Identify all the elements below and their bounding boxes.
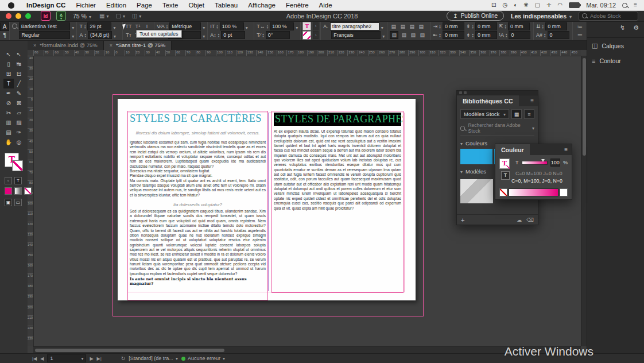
field-stepper[interactable] (542, 24, 544, 29)
last-page-button[interactable]: ▶| (97, 356, 102, 361)
case-toggle-icon[interactable]: I (143, 23, 151, 30)
direct-selection-tool[interactable]: ↖ (14, 49, 24, 59)
text-frame-left[interactable]: STYLES DE CARACTÈRES Illoressi dis dolum… (127, 111, 268, 300)
paragraph-align-icon[interactable]: ▤ (390, 23, 397, 30)
gap-tool[interactable]: ↹ (14, 59, 24, 69)
chevron-down-icon[interactable] (296, 21, 298, 32)
pen-tool[interactable]: ✒ (3, 88, 14, 98)
previous-page-button[interactable]: ◀ (40, 356, 44, 361)
stroke-color-proxy[interactable]: T (501, 171, 510, 180)
battery-icon[interactable] (569, 2, 580, 8)
minimize-window-button[interactable] (15, 13, 21, 19)
character-formatting-button[interactable]: A (0, 22, 9, 31)
eyedropper-tool[interactable]: ✑ (14, 128, 24, 137)
chevron-down-icon[interactable] (89, 13, 91, 20)
chevron-down-icon[interactable] (106, 13, 108, 19)
tint-value-field[interactable]: 100 (550, 159, 560, 167)
paragraph-field[interactable]: 0 mm (545, 22, 567, 30)
vscale-stepper[interactable] (216, 24, 218, 29)
selection-tool[interactable]: ↖ (3, 49, 14, 59)
chevron-down-icon[interactable] (532, 125, 534, 131)
horizontal-scrollbar-thumb[interactable] (35, 349, 224, 352)
content-placer-tool[interactable]: ⊟ (14, 69, 24, 79)
first-page-button[interactable]: |◀ (32, 356, 37, 361)
pencil-tool[interactable]: ✎ (14, 88, 24, 98)
page-number-field[interactable]: 1 (47, 354, 86, 362)
menu-item[interactable]: Fenêtre (281, 2, 314, 9)
font-style-field[interactable]: Regular (19, 31, 70, 39)
chevron-down-icon[interactable] (81, 356, 83, 361)
library-select[interactable]: Modèles Stock (460, 109, 509, 119)
fill-expand-button[interactable]: › (313, 22, 319, 30)
panel-menu-icon[interactable]: ≡ (530, 98, 538, 104)
skew-stepper[interactable] (262, 33, 264, 37)
add-asset-button[interactable]: + (461, 217, 464, 223)
paragraph-align-icon[interactable]: ▤ (408, 23, 416, 30)
vertical-scrollbar-thumb[interactable] (583, 58, 586, 156)
font-size-field[interactable]: 29 pt (87, 22, 111, 30)
line-tool[interactable]: ╱ (14, 79, 24, 88)
stroke-proxy-swatch[interactable] (12, 160, 23, 171)
gear-icon[interactable]: ⚙ (633, 24, 639, 32)
timemachine-icon[interactable]: ◷ (502, 2, 507, 8)
paragraph-justify-icon[interactable]: ▤ (409, 32, 417, 38)
apply-color-button[interactable] (5, 187, 12, 195)
ellipse-frame-tool[interactable]: ⊘ (3, 98, 14, 108)
leading-stepper[interactable] (84, 33, 86, 37)
tint-slider-handle[interactable] (541, 159, 545, 162)
document-tab[interactable]: ×*formulaire.indd @ 75% (28, 40, 104, 50)
libraries-panel-tab[interactable]: Bibliothèques CC (457, 95, 519, 106)
arrange-documents-icon[interactable]: ◫ (132, 13, 137, 19)
document-tab[interactable]: ×*Sans titre-1 @ 75% (104, 40, 172, 50)
text-frame-right[interactable]: STYLES DE PARAGRAPHES At ex experch ilia… (271, 111, 404, 293)
menu-item[interactable]: Page (131, 2, 157, 9)
gradient-feather-tool[interactable]: ▨ (14, 118, 24, 128)
gradient-swatch-tool[interactable]: ▥ (3, 118, 14, 128)
scissors-tool[interactable]: ✂ (3, 108, 14, 118)
color-ramp[interactable] (509, 188, 558, 196)
character-fill-color-swatch[interactable]: T (302, 22, 311, 30)
fill-stroke-proxy[interactable]: T (5, 153, 24, 172)
bulleted-list-icon[interactable]: ≔ (577, 24, 583, 29)
preflight-status[interactable]: Aucune erreur (181, 356, 225, 361)
apply-gradient-button[interactable] (14, 187, 22, 195)
menu-item[interactable]: Aide (314, 2, 337, 9)
paragraph-formatting-button[interactable]: ¶ (1, 32, 9, 39)
close-icon[interactable]: × (110, 43, 112, 48)
preflight-rotate-icon[interactable]: ↻ (121, 356, 126, 361)
next-page-button[interactable]: ▶ (90, 356, 93, 361)
character-stroke-color-swatch[interactable]: T (302, 31, 311, 40)
vertical-scale-field[interactable]: 100 % (220, 22, 244, 30)
formatting-text-icon[interactable]: T (14, 177, 22, 184)
library-asset-thumbnail[interactable] (460, 179, 493, 203)
field-stepper[interactable] (439, 33, 441, 37)
chevron-down-icon[interactable] (139, 13, 141, 19)
baseline-stepper[interactable] (218, 33, 220, 37)
tint-slider[interactable] (522, 161, 548, 165)
type-tool[interactable]: T (3, 79, 14, 88)
none-swatch[interactable] (499, 188, 507, 196)
delete-asset-icon[interactable]: ⌫ (526, 217, 534, 223)
menu-clock[interactable]: Mar. 09:12 (586, 2, 616, 9)
contrast-icon[interactable]: ◐ (514, 2, 517, 8)
white-swatch[interactable] (560, 188, 568, 196)
cloud-sync-icon[interactable]: ☁ (517, 217, 522, 223)
free-transform-tool[interactable]: ▱ (14, 108, 24, 118)
field-stepper[interactable] (505, 24, 506, 29)
menu-item[interactable]: Texte (157, 2, 184, 9)
kerning-field[interactable]: Métrique (169, 22, 201, 30)
menu-item[interactable]: Fichier (71, 2, 101, 9)
list-view-button[interactable]: ≡ (524, 109, 534, 119)
case-toggle-icon[interactable]: Tᴛ (125, 32, 133, 38)
field-stepper[interactable] (439, 24, 441, 29)
library-color-swatch[interactable] (460, 149, 492, 164)
chevron-down-icon[interactable] (203, 30, 205, 40)
publish-online-button[interactable]: ↥ Publish Online (447, 11, 504, 21)
paragraph-field[interactable]: 0 mm (443, 31, 464, 39)
kerning-stepper[interactable] (166, 24, 168, 29)
launchpad-icon[interactable]: ❋ (523, 2, 528, 8)
zoom-window-button[interactable] (25, 13, 31, 19)
menu-item[interactable]: Tableau (210, 2, 243, 9)
formatting-container-icon[interactable]: ▫ (5, 177, 12, 184)
close-window-button[interactable] (6, 13, 11, 19)
